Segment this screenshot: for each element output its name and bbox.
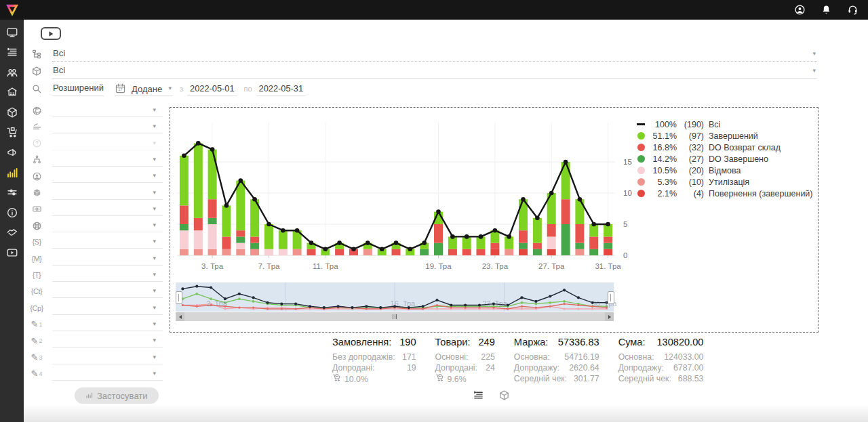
filter-select[interactable]: ▾: [52, 367, 163, 381]
cart-icon: [435, 373, 444, 385]
navigator-left-handle[interactable]: [176, 291, 182, 304]
filter-select[interactable]: ▾: [52, 203, 163, 216]
legend-item[interactable]: 16.8%(32)DO Возврат склад: [637, 142, 814, 153]
sidebar-item-info[interactable]: [5, 206, 20, 219]
legend-percent: 5.3%: [647, 177, 677, 187]
search-mode-select[interactable]: Розширений ▾: [52, 81, 104, 96]
product-filter-select[interactable]: Всі ▾: [52, 64, 817, 79]
bar-segment: [434, 224, 443, 243]
filter-select[interactable]: ▾: [52, 219, 163, 232]
legend-label: Завершений: [709, 131, 758, 141]
filter-select[interactable]: ▾: [52, 268, 163, 282]
status-filter-select[interactable]: Всі ▾: [52, 47, 817, 62]
scroll-track[interactable]: [184, 314, 605, 319]
filter-select[interactable]: ▾: [52, 153, 163, 167]
pencil-icon: ✎3: [29, 352, 44, 362]
bar-segment: [561, 199, 570, 224]
scroll-grip[interactable]: [393, 314, 397, 319]
filter-select[interactable]: ▾: [52, 186, 163, 200]
legend-item[interactable]: 14.2%(27)DO Завершено: [637, 153, 814, 165]
sidebar-item-customers[interactable]: [5, 66, 20, 79]
sidebar-item-video[interactable]: [5, 247, 20, 259]
filter-select[interactable]: ▾: [52, 351, 163, 364]
sidebar-item-monitor[interactable]: [5, 26, 20, 39]
stat-sub-value: 124033.00: [664, 352, 703, 362]
legend-dot-swatch: [637, 155, 645, 163]
legend-count: (190): [677, 120, 704, 129]
navigator-scrollbar[interactable]: [176, 312, 614, 321]
bar-segment: [208, 218, 217, 224]
content: Всі ▾ Всі ▾ Розширений ▾ 17 Додане ▾ з 2…: [24, 20, 868, 422]
bar-segment: [236, 249, 245, 255]
filter-select[interactable]: ▾: [52, 169, 163, 183]
filter-select[interactable]: ▾: [52, 104, 163, 117]
stat-title: Замовлення:: [332, 337, 391, 347]
bar-segment: [250, 236, 259, 242]
total-line-dot: [182, 154, 186, 159]
legend-line-swatch: [637, 123, 645, 125]
bar-segment: [547, 224, 556, 236]
sidebar-item-cart[interactable]: [5, 126, 20, 139]
legend-item[interactable]: 2.1%(4)Повернення (завершений): [637, 188, 814, 199]
code-tag-icon: {M}: [29, 255, 44, 263]
sidebar-item-orders-list[interactable]: [5, 46, 20, 59]
filter-select[interactable]: ▾: [52, 301, 163, 315]
sidebar-item-sliders[interactable]: [5, 186, 20, 199]
filter-select[interactable]: ▾: [52, 120, 163, 133]
app-logo[interactable]: [0, 0, 24, 20]
filter-select[interactable]: ▾: [52, 252, 163, 266]
sidebar-item-megaphone[interactable]: [5, 146, 20, 159]
hierarchy-icon: [29, 154, 44, 165]
filter-row-globe: ▾: [29, 217, 163, 234]
user-icon[interactable]: [793, 4, 806, 16]
legend-label: Повернення (завершений): [709, 189, 813, 198]
chevron-down-icon: ▾: [812, 67, 816, 74]
filter-select[interactable]: ▾: [52, 334, 163, 347]
bar-segment: [180, 224, 189, 230]
scroll-right-arrow[interactable]: [605, 312, 614, 321]
legend-item[interactable]: 10.5%(20)Відмова: [637, 165, 814, 176]
date-field-select[interactable]: 17 Додане ▾: [115, 81, 173, 96]
bar-segment: [293, 249, 302, 255]
legend-item[interactable]: 100%(190)Всі: [637, 119, 814, 130]
apply-button[interactable]: Застосувати: [75, 387, 159, 404]
sidebar-item-store[interactable]: [5, 86, 20, 99]
legend-item[interactable]: 5.3%(10)Утилізація: [637, 176, 814, 188]
view-toggle-orders-list[interactable]: [472, 389, 484, 401]
topbar-actions: [793, 4, 868, 16]
chevron-down-icon: ▾: [153, 337, 156, 343]
filter-select[interactable]: ▾: [52, 318, 163, 331]
legend-label: Всі: [709, 120, 720, 129]
date-from-input[interactable]: 2022-05-01: [187, 82, 237, 96]
legend-count: (4): [677, 189, 704, 198]
view-toggle-package[interactable]: [498, 389, 510, 401]
chart-legend: 100%(190)Всі51.1%(97)Завершений16.8%(32)…: [637, 119, 814, 199]
total-line-dot: [267, 222, 271, 227]
filter-select[interactable]: ▾: [52, 284, 163, 298]
legend-count: (20): [677, 166, 704, 175]
sidebar-item-statistics[interactable]: [5, 166, 20, 179]
stat-sub-value: 301.77: [574, 373, 599, 384]
chevron-down-icon: ▾: [153, 354, 156, 360]
scroll-left-arrow[interactable]: [176, 312, 184, 321]
filter-select[interactable]: ▾: [52, 137, 163, 150]
navigator-right-handle[interactable]: [608, 291, 614, 304]
chevron-down-icon: ▾: [153, 156, 156, 163]
bar-segment: [604, 249, 612, 255]
headset-icon[interactable]: [846, 4, 859, 16]
legend-item[interactable]: 51.1%(97)Завершений: [637, 130, 814, 142]
stat-sub-label: Основні:: [435, 352, 469, 362]
bell-icon[interactable]: [820, 4, 832, 16]
sidebar-item-package[interactable]: [5, 106, 20, 119]
total-line-dot: [337, 240, 342, 245]
chart-navigator[interactable]: 2. Тра16. Тра23. Тра30. Тра: [176, 282, 614, 321]
filter-select[interactable]: ▾: [52, 235, 163, 249]
video-help-button[interactable]: [41, 27, 61, 40]
help-icon: [29, 138, 44, 148]
chevron-down-icon: ▾: [153, 370, 156, 377]
code-tag-icon: {Cp}: [29, 304, 44, 312]
date-to-input[interactable]: 2022-05-31: [256, 82, 306, 96]
sidebar-item-handshake[interactable]: [5, 226, 20, 239]
total-line-dot: [210, 147, 215, 152]
cart-percent: 9.6%: [448, 374, 467, 385]
